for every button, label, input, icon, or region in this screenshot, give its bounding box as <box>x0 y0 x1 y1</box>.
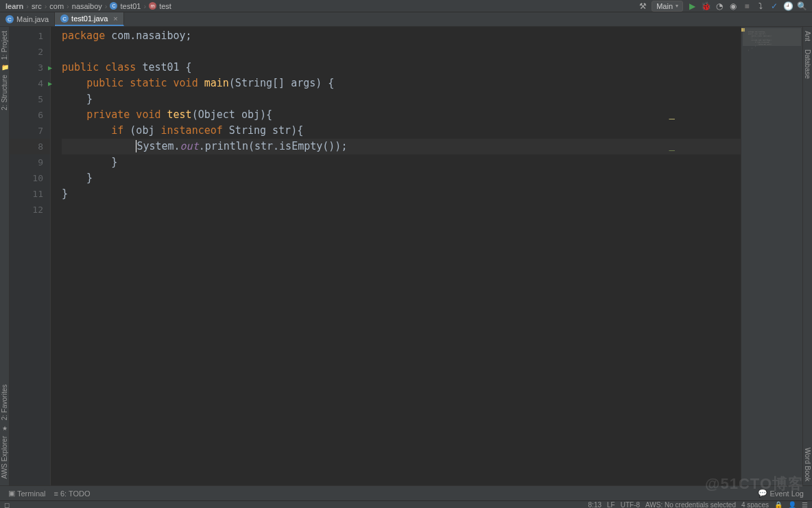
memory-icon[interactable]: ☰ <box>802 501 808 509</box>
commit-icon[interactable]: ✓ <box>769 1 779 11</box>
ant-tool-button[interactable]: Ant <box>804 27 811 45</box>
line-number: 12 <box>10 202 50 218</box>
breadcrumb-item[interactable]: test <box>159 2 171 10</box>
aws-explorer-tool-button[interactable]: AWS Explorer <box>1 432 8 483</box>
run-icon[interactable]: ▶ <box>687 1 697 11</box>
line-number: 10 <box>10 170 50 186</box>
terminal-icon: ▣ <box>8 489 15 498</box>
line-number: 2 <box>10 44 50 60</box>
git-update-icon[interactable]: ⤵ <box>756 1 765 11</box>
left-tool-rail: 1: Project 📁 2: Structure 2: Favorites ★… <box>0 27 10 485</box>
debug-icon[interactable]: 🐞 <box>701 1 710 11</box>
editor[interactable]: 1 2 3▶ 4▶ 5 6 7 8 9 10 11 12 package com… <box>10 27 802 485</box>
class-icon: C <box>60 14 69 23</box>
method-icon: m <box>149 2 156 10</box>
line-number: 11 <box>10 186 50 202</box>
line-number: 6 <box>10 107 50 123</box>
close-icon[interactable]: × <box>110 14 117 23</box>
line-number: 4▶ <box>10 76 50 91</box>
gutter[interactable]: 1 2 3▶ 4▶ 5 6 7 8 9 10 11 12 <box>10 27 51 485</box>
line-number: 3▶ <box>10 60 50 76</box>
run-config-label: Main <box>656 2 673 10</box>
class-icon: C <box>110 2 117 10</box>
watermark: @51CTO博客 <box>705 474 804 494</box>
search-icon[interactable]: 🔍 <box>797 1 807 11</box>
database-tool-button[interactable]: Database <box>804 45 811 83</box>
minimap-preview: package com.nasaiboy; public class test0… <box>748 31 772 51</box>
breadcrumb-item[interactable]: src <box>32 2 42 10</box>
cursor-position[interactable]: 8:13 <box>588 501 601 509</box>
coverage-icon[interactable]: ◔ <box>715 1 724 11</box>
line-separator[interactable]: LF <box>607 501 615 509</box>
right-tool-rail: Ant Database Word Book <box>802 27 812 485</box>
warning-marker[interactable]: — <box>669 142 675 158</box>
tab-main-java[interactable]: C Main.java <box>0 12 55 26</box>
toolbar-right: ⚒ Main ▾ ▶ 🐞 ◔ ◉ ■ ⤵ ✓ 🕘 🔍 <box>638 1 807 12</box>
editor-minimap[interactable]: package com.nasaiboy; public class test0… <box>741 27 802 485</box>
tab-label: test01.java <box>71 14 108 23</box>
build-icon[interactable]: ⚒ <box>638 1 647 11</box>
lock-icon[interactable]: 🔒 <box>774 501 783 509</box>
todo-tool-button[interactable]: ≡ 6: TODO <box>50 489 95 498</box>
navigation-bar: learn› src› com› nasaiboy› C test01› m t… <box>0 0 812 12</box>
inspection-icon[interactable]: 👤 <box>788 501 796 509</box>
tab-test01-java[interactable]: C test01.java × <box>55 12 124 26</box>
aws-status[interactable]: AWS: No credentials selected <box>645 501 736 509</box>
todo-icon: ≡ <box>54 489 58 498</box>
wordbook-tool-button[interactable]: Word Book <box>804 443 811 485</box>
class-icon: C <box>5 15 14 23</box>
warning-marker[interactable]: — <box>669 111 675 126</box>
breadcrumb-item[interactable]: test01 <box>120 2 141 10</box>
bottom-tool-bar: ▣ Terminal ≡ 6: TODO 💬 Event Log <box>0 485 812 500</box>
line-number: 8 <box>10 139 50 154</box>
tab-label: Main.java <box>16 15 49 23</box>
profile-icon[interactable]: ◉ <box>728 1 738 11</box>
history-icon[interactable]: 🕘 <box>783 1 793 11</box>
text-cursor <box>136 140 136 152</box>
favorites-tool-button[interactable]: 2: Favorites <box>1 380 8 424</box>
quick-access-icon[interactable]: ◻ <box>4 501 10 509</box>
structure-tool-button[interactable]: 2: Structure <box>1 71 8 115</box>
folder-icon: 📁 <box>1 64 8 71</box>
indent-info[interactable]: 4 spaces <box>741 501 769 509</box>
stop-icon[interactable]: ■ <box>742 1 752 11</box>
code-content[interactable]: package com.nasaiboy; public class test0… <box>51 27 741 485</box>
breadcrumb[interactable]: learn› src› com› nasaiboy› C test01› m t… <box>5 2 171 10</box>
breadcrumb-item[interactable]: nasaiboy <box>72 2 102 10</box>
breadcrumb-item[interactable]: learn <box>5 2 23 10</box>
line-number: 9 <box>10 154 50 170</box>
file-encoding[interactable]: UTF-8 <box>621 501 640 509</box>
status-bar: ◻ 8:13 LF UTF-8 AWS: No credentials sele… <box>0 500 812 508</box>
line-number: 7 <box>10 123 50 139</box>
project-tool-button[interactable]: 1: Project <box>1 27 8 64</box>
line-number: 5 <box>10 91 50 107</box>
run-config-selector[interactable]: Main ▾ <box>652 1 683 12</box>
editor-tabs: C Main.java C test01.java × <box>0 12 812 27</box>
breadcrumb-item[interactable]: com <box>49 2 64 10</box>
terminal-tool-button[interactable]: ▣ Terminal <box>4 489 50 498</box>
line-number: 1 <box>10 28 50 44</box>
